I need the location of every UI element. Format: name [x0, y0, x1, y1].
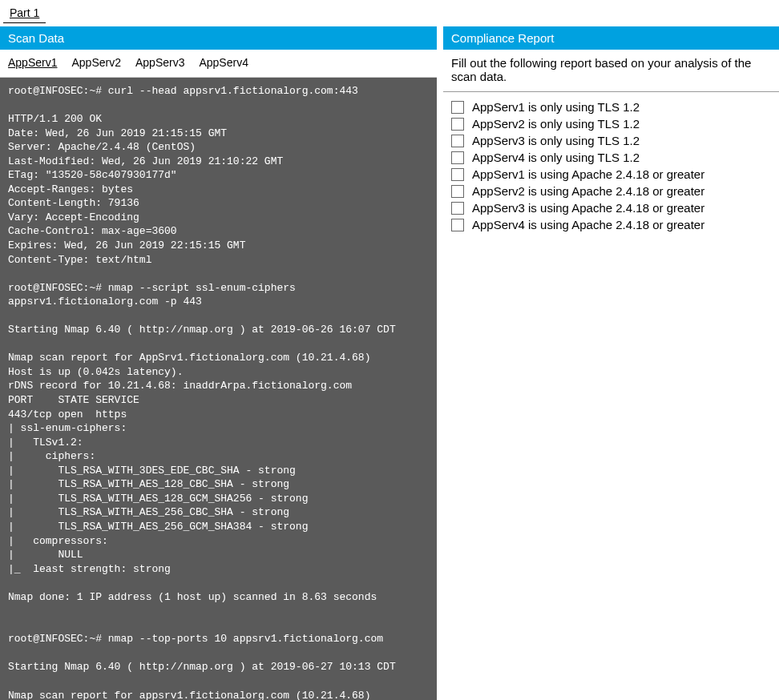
- check-item: AppServ2 is only using TLS 1.2: [451, 117, 771, 131]
- tab-appserv1[interactable]: AppServ1: [8, 56, 57, 70]
- check-item: AppServ4 is only using TLS 1.2: [451, 151, 771, 164]
- check-item: AppServ1 is only using TLS 1.2: [451, 100, 771, 114]
- checkbox-appserv1-apache[interactable]: [451, 168, 464, 181]
- check-label: AppServ4 is only using TLS 1.2: [472, 151, 640, 164]
- check-label: AppServ1 is only using TLS 1.2: [472, 100, 640, 114]
- check-label: AppServ4 is using Apache 2.4.18 or great…: [472, 218, 704, 231]
- check-item: AppServ4 is using Apache 2.4.18 or great…: [451, 218, 771, 231]
- checkbox-appserv4-apache[interactable]: [451, 219, 464, 231]
- checkbox-appserv3-tls[interactable]: [451, 135, 464, 147]
- scan-data-panel: Scan Data AppServ1 AppServ2 AppServ3 App…: [0, 26, 437, 700]
- checkbox-appserv3-apache[interactable]: [451, 202, 464, 215]
- check-label: AppServ1 is using Apache 2.4.18 or great…: [472, 167, 704, 181]
- checkbox-appserv4-tls[interactable]: [451, 151, 464, 164]
- check-item: AppServ1 is using Apache 2.4.18 or great…: [451, 167, 771, 181]
- tab-appserv2[interactable]: AppServ2: [71, 56, 120, 70]
- server-tabs: AppServ1 AppServ2 AppServ3 AppServ4: [0, 50, 437, 78]
- scan-data-header: Scan Data: [0, 26, 437, 50]
- compliance-header: Compliance Report: [443, 26, 779, 50]
- tab-appserv4[interactable]: AppServ4: [199, 56, 248, 70]
- check-label: AppServ2 is only using TLS 1.2: [472, 117, 640, 131]
- terminal-output: root@INFOSEC:~# curl --head appsrv1.fict…: [0, 78, 437, 700]
- check-label: AppServ3 is only using TLS 1.2: [472, 134, 640, 147]
- compliance-instruction: Fill out the following report based on y…: [443, 50, 779, 92]
- checkbox-appserv1-tls[interactable]: [451, 101, 464, 114]
- compliance-checklist: AppServ1 is only using TLS 1.2 AppServ2 …: [443, 92, 779, 243]
- checkbox-appserv2-apache[interactable]: [451, 185, 464, 198]
- check-item: AppServ2 is using Apache 2.4.18 or great…: [451, 184, 771, 198]
- check-label: AppServ3 is using Apache 2.4.18 or great…: [472, 201, 704, 215]
- tab-appserv3[interactable]: AppServ3: [135, 56, 184, 70]
- checkbox-appserv2-tls[interactable]: [451, 118, 464, 131]
- check-item: AppServ3 is only using TLS 1.2: [451, 134, 771, 147]
- compliance-panel: Compliance Report Fill out the following…: [437, 26, 779, 700]
- check-label: AppServ2 is using Apache 2.4.18 or great…: [472, 184, 704, 198]
- check-item: AppServ3 is using Apache 2.4.18 or great…: [451, 201, 771, 215]
- main-container: Scan Data AppServ1 AppServ2 AppServ3 App…: [0, 26, 779, 700]
- part-label: Part 1: [3, 3, 46, 23]
